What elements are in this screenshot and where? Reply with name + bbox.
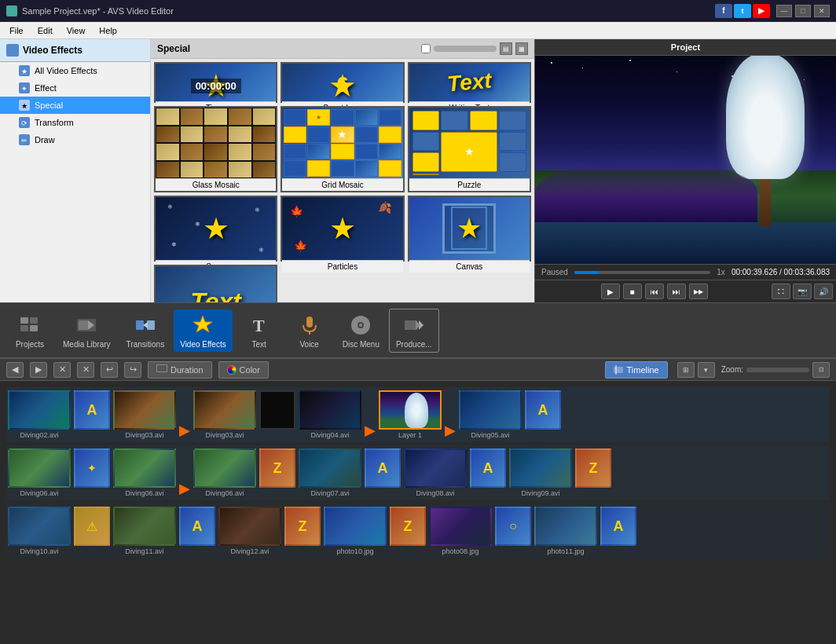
sidebar-item-effect[interactable]: ✦ Effect: [0, 79, 150, 97]
nav-cancel-button[interactable]: ✕: [77, 362, 94, 378]
effect-item-puzzle[interactable]: ★ Puzzle: [408, 106, 531, 192]
effect-thumb-countdown: ★ 6: [282, 64, 402, 101]
clip-layer1[interactable]: Layer 1: [379, 390, 442, 439]
menu-help[interactable]: Help: [93, 24, 123, 37]
clip-photo08[interactable]: photo08.jpg: [429, 507, 492, 555]
clip-diving06a[interactable]: Diving06.avi: [8, 448, 71, 497]
clip-diving11[interactable]: Diving11.avi: [113, 507, 176, 555]
clip-photo10[interactable]: photo10.jpg: [324, 507, 387, 555]
clip-diving09[interactable]: Diving09.avi: [509, 448, 572, 497]
preview-next-button[interactable]: ⏭: [667, 284, 686, 299]
track-options-button[interactable]: ▾: [698, 362, 715, 378]
timeline-button[interactable]: Timeline: [605, 361, 667, 379]
clip-diving02[interactable]: Diving02.avi: [8, 390, 71, 439]
clip-diving04[interactable]: Diving04.avi: [299, 390, 361, 439]
clip-effect-z4[interactable]: Z: [390, 507, 426, 555]
preview-play-button[interactable]: ▶: [601, 284, 620, 299]
sidebar-item-draw[interactable]: ✏ Draw: [0, 131, 150, 148]
tool-projects[interactable]: Projects: [6, 309, 53, 352]
clip-effect-a5[interactable]: A: [179, 507, 215, 555]
clip-diving06c[interactable]: Diving06.avi: [193, 448, 256, 497]
tool-media-library[interactable]: Media Library: [57, 309, 117, 352]
nav-forward-button[interactable]: ▶: [30, 362, 47, 378]
menu-view[interactable]: View: [60, 24, 92, 37]
clip-effect-a6[interactable]: A: [600, 507, 636, 555]
tool-transitions[interactable]: Transitions: [120, 309, 171, 352]
effect-item-snow[interactable]: ★ ❄ ❄ ❅ ❄ ❅ Snow: [154, 196, 277, 262]
preview-stop-button[interactable]: ■: [623, 284, 642, 299]
preview-timeline-bar[interactable]: [574, 271, 710, 274]
preview-volume-button[interactable]: 🔊: [814, 284, 833, 299]
maximize-button[interactable]: □: [795, 5, 811, 17]
nav-stop-button[interactable]: ✕: [53, 362, 71, 378]
clip-effect-a1[interactable]: A: [74, 390, 110, 439]
nav-redo-button[interactable]: ↪: [124, 362, 141, 378]
clip-diving10[interactable]: Diving10.avi: [8, 507, 71, 555]
transitions-label: Transitions: [126, 340, 165, 349]
clip-effect-z2[interactable]: Z: [575, 448, 611, 497]
effect-item-timer[interactable]: ★ 00:00:00 Timer: [154, 62, 277, 103]
tool-video-effects[interactable]: Video Effects: [174, 309, 233, 352]
clip-diving07[interactable]: Diving07.avi: [299, 448, 361, 497]
clip-effect-z1[interactable]: Z: [259, 448, 295, 497]
close-button[interactable]: ✕: [814, 5, 830, 17]
clip-diving05[interactable]: Diving05.avi: [459, 390, 522, 439]
nav-undo-button[interactable]: ↩: [101, 362, 118, 378]
clip-effect-warn[interactable]: ⚠: [74, 507, 110, 555]
clip-effect-a2[interactable]: A: [525, 390, 561, 439]
effect-item-glass-mosaic[interactable]: Glass Mosaic: [154, 106, 277, 192]
sidebar-item-special[interactable]: ★ Special: [0, 97, 150, 114]
preview-snapshot-button[interactable]: 📷: [793, 284, 812, 299]
zoom-fit-button[interactable]: ⊡: [812, 362, 830, 378]
clip-effect-z3[interactable]: Z: [284, 507, 321, 555]
preview-fullscreen-button[interactable]: ⛶: [772, 284, 790, 299]
special-icon: ★: [19, 100, 30, 111]
clip-photo11[interactable]: photo11.jpg: [534, 507, 597, 555]
effect-item-canvas[interactable]: ★ Canvas: [408, 196, 531, 262]
clip-effect-a3[interactable]: A: [365, 448, 401, 497]
clip-thumb-effect-z1: Z: [259, 448, 295, 488]
transform-icon: ⟳: [19, 117, 30, 128]
track-settings-button[interactable]: ⊞: [677, 362, 695, 378]
clip-effect-grid[interactable]: ✦: [74, 448, 110, 497]
effect-a1-label: A: [87, 402, 97, 419]
youtube-btn[interactable]: ▶: [753, 4, 770, 18]
nav-back-button[interactable]: ◀: [6, 362, 24, 378]
clip-effect-circ[interactable]: ○: [495, 507, 531, 555]
tool-voice[interactable]: Voice: [286, 309, 333, 352]
effects-checkbox[interactable]: [421, 44, 431, 53]
effect-item-countdown[interactable]: ★ 6 Countdown: [280, 62, 404, 103]
duration-button[interactable]: Duration: [148, 361, 212, 379]
minimize-button[interactable]: —: [776, 5, 792, 17]
tool-text[interactable]: T Text: [236, 309, 283, 352]
twitter-btn[interactable]: t: [734, 4, 751, 18]
clip-diving12[interactable]: Diving12.avi: [218, 507, 281, 555]
clip-blank[interactable]: [259, 390, 295, 439]
preview-frame-fwd-button[interactable]: ▶▶: [689, 284, 708, 299]
tool-disc-menu[interactable]: Disc Menu: [336, 309, 386, 352]
clip-diving03b[interactable]: Diving03.avi: [193, 390, 256, 439]
effect-item-text[interactable]: Text Text: [154, 265, 277, 302]
clip-diving08[interactable]: Diving08.avi: [404, 448, 467, 497]
effect-item-particles[interactable]: ★ 🍁 🍂 🍁 Particles: [280, 196, 404, 262]
clip-thumb-effect-warn: ⚠: [74, 507, 110, 546]
menu-edit[interactable]: Edit: [31, 24, 59, 37]
clip-label-effect-circ: [512, 547, 515, 555]
facebook-btn[interactable]: f: [715, 4, 732, 18]
effect-thumb-canvas: ★: [409, 197, 530, 260]
clip-effect-a4[interactable]: A: [470, 448, 506, 497]
clip-diving03a[interactable]: Diving03.avi: [113, 390, 176, 439]
zoom-slider[interactable]: [746, 368, 809, 372]
effects-large-view[interactable]: ▦: [515, 42, 528, 55]
sidebar-item-transform[interactable]: ⟳ Transform: [0, 114, 150, 131]
effect-item-grid-mosaic[interactable]: ★ ★: [280, 106, 404, 192]
effects-small-view[interactable]: ▤: [500, 42, 512, 55]
clip-diving06b[interactable]: Diving06.avi: [113, 448, 176, 497]
sidebar-item-all-effects[interactable]: ★ All Video Effects: [0, 62, 150, 79]
menu-file[interactable]: File: [3, 24, 30, 37]
effect-item-writing-text[interactable]: Text Writing Text: [408, 62, 531, 103]
tool-produce[interactable]: Produce...: [389, 309, 439, 353]
color-button[interactable]: Color: [218, 361, 269, 379]
preview-prev-button[interactable]: ⏮: [645, 284, 664, 299]
effects-size-slider[interactable]: [434, 46, 497, 52]
